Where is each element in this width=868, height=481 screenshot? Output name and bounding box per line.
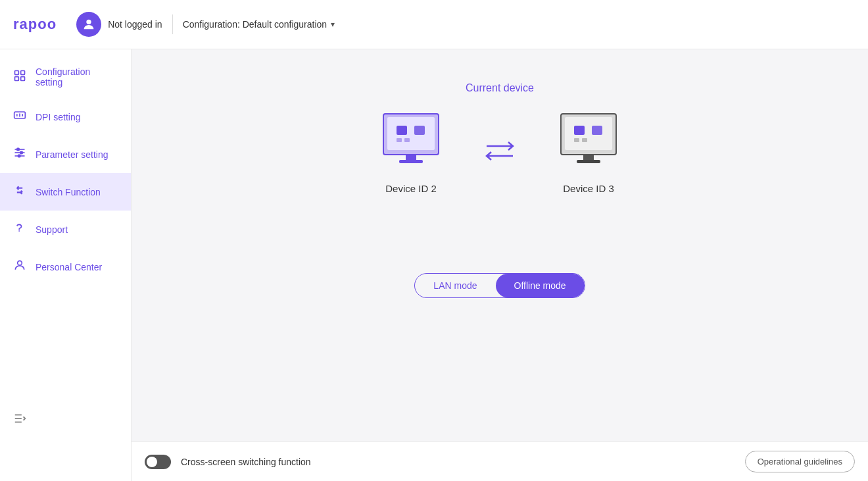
svg-rect-4 <box>15 70 19 74</box>
sidebar-item-dpi-setting[interactable]: DPI setting <box>0 98 131 136</box>
devices-row: Device ID 2 <box>378 107 621 194</box>
chevron-down-icon: ▾ <box>331 20 335 29</box>
configuration-setting-icon <box>13 69 28 86</box>
sidebar-label-parameter: Parameter setting <box>36 149 108 160</box>
svg-rect-31 <box>565 117 612 150</box>
sidebar-item-configuration-setting[interactable]: Configuration setting <box>0 56 131 98</box>
sidebar: Configuration setting DPI setting <box>0 49 132 481</box>
bottom-bar: Cross-screen switching function Operatio… <box>132 442 868 481</box>
app-logo: rapoo <box>13 16 57 33</box>
switch-function-icon <box>13 184 28 200</box>
cross-screen-label: Cross-screen switching function <box>181 457 311 467</box>
svg-rect-7 <box>21 76 25 80</box>
login-status: Not logged in <box>108 19 162 30</box>
config-label: Configuration: Default configuration <box>183 19 327 30</box>
sidebar-label-personal: Personal Center <box>36 262 102 272</box>
personal-center-icon <box>13 259 28 275</box>
device1-icon <box>378 107 444 173</box>
svg-rect-27 <box>404 138 410 142</box>
lan-mode-button[interactable]: LAN mode <box>415 274 495 297</box>
svg-rect-23 <box>387 117 435 150</box>
offline-mode-button[interactable]: Offline mode <box>496 274 585 297</box>
svg-rect-25 <box>414 126 425 135</box>
sidebar-item-switch-function[interactable]: Switch Function <box>0 173 131 211</box>
svg-rect-34 <box>574 138 579 142</box>
topbar-divider <box>172 14 173 34</box>
support-icon <box>13 221 28 238</box>
mode-toggle[interactable]: LAN mode Offline mode <box>414 273 585 298</box>
device-card-2: Device ID 3 <box>556 107 621 194</box>
svg-rect-24 <box>397 126 407 135</box>
sidebar-label-dpi: DPI setting <box>36 112 80 122</box>
device1-label: Device ID 2 <box>385 183 437 194</box>
device-card-1: Device ID 2 <box>378 107 444 194</box>
device2-icon <box>556 107 621 173</box>
svg-rect-35 <box>582 138 587 142</box>
parameter-setting-icon <box>13 146 28 163</box>
user-section[interactable]: Not logged in <box>76 12 162 37</box>
sidebar-label-switch: Switch Function <box>36 187 101 197</box>
sidebar-label-support: Support <box>36 224 68 235</box>
svg-rect-15 <box>17 148 19 150</box>
cross-screen-toggle[interactable] <box>145 455 171 469</box>
svg-rect-26 <box>397 138 402 142</box>
toggle-slider <box>145 455 171 469</box>
svg-rect-37 <box>577 160 600 163</box>
svg-rect-16 <box>20 151 22 153</box>
operational-guidelines-button[interactable]: Operational guidelines <box>745 451 855 472</box>
sidebar-item-parameter-setting[interactable]: Parameter setting <box>0 136 131 173</box>
swap-arrows-icon <box>483 139 516 163</box>
sidebar-item-personal-center[interactable]: Personal Center <box>0 248 131 286</box>
current-device-title: Current device <box>466 82 534 94</box>
svg-rect-32 <box>574 126 585 135</box>
svg-rect-5 <box>21 70 25 74</box>
svg-rect-29 <box>399 160 423 163</box>
device2-label: Device ID 3 <box>563 183 614 194</box>
svg-rect-33 <box>592 126 602 135</box>
sidebar-label-configuration: Configuration setting <box>36 66 118 88</box>
svg-rect-36 <box>583 155 594 160</box>
config-dropdown[interactable]: Configuration: Default configuration ▾ <box>183 19 335 30</box>
svg-rect-28 <box>406 155 416 160</box>
svg-point-18 <box>18 261 22 265</box>
sidebar-collapse-button[interactable] <box>13 411 28 428</box>
topbar: rapoo Not logged in Configuration: Defau… <box>0 0 868 49</box>
svg-rect-6 <box>15 76 19 80</box>
svg-rect-17 <box>18 155 20 157</box>
main-content: Current device Device ID 2 <box>132 49 868 481</box>
avatar <box>76 12 101 37</box>
sidebar-item-support[interactable]: Support <box>0 211 131 248</box>
dpi-setting-icon <box>13 109 28 125</box>
svg-point-0 <box>86 20 91 24</box>
